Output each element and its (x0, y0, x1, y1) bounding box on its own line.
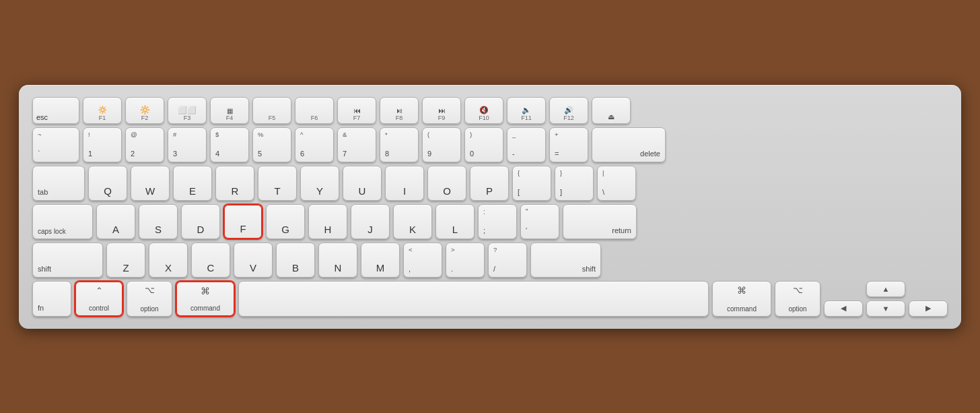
spacer2 (909, 281, 948, 297)
key-f12[interactable]: 🔊 F12 (549, 97, 588, 124)
key-8[interactable]: * 8 (380, 127, 419, 162)
key-t[interactable]: T (258, 166, 297, 201)
qwerty-row: tab Q W E R T Y U I O P { [ } ] | \ (32, 166, 948, 201)
key-p[interactable]: P (470, 166, 509, 201)
key-e[interactable]: E (173, 166, 212, 201)
key-j[interactable]: J (351, 204, 390, 239)
keyboard: esc 🔅 F1 🔆 F2 ⬜⬜ F3 ▦ F4 F5 F6 ⏮ F7 (19, 85, 961, 329)
key-y[interactable]: Y (300, 166, 339, 201)
key-return[interactable]: return (563, 204, 637, 239)
key-shift-left[interactable]: shift (32, 243, 103, 278)
key-s[interactable]: S (139, 204, 178, 239)
arrow-cluster: ▲ ◀ ▼ ▶ (824, 281, 948, 317)
key-c[interactable]: C (191, 243, 230, 278)
key-option-left[interactable]: ⌥ option (127, 281, 172, 317)
key-f2[interactable]: 🔆 F2 (125, 97, 164, 124)
key-m[interactable]: M (361, 243, 400, 278)
key-w[interactable]: W (131, 166, 170, 201)
key-0[interactable]: ) 0 (464, 127, 503, 162)
key-i[interactable]: I (385, 166, 424, 201)
number-row: ~ ` ! 1 @ 2 # 3 $ 4 % 5 ^ 6 & 7 (32, 127, 948, 162)
key-tilde[interactable]: ~ ` (32, 127, 79, 162)
key-right[interactable]: ▶ (909, 300, 948, 317)
key-f1[interactable]: 🔅 F1 (83, 97, 122, 124)
key-eject[interactable]: ⏏ (592, 97, 631, 124)
key-control[interactable]: ⌃ control (75, 281, 123, 317)
key-v[interactable]: V (234, 243, 273, 278)
key-f3[interactable]: ⬜⬜ F3 (168, 97, 207, 124)
key-up[interactable]: ▲ (866, 281, 905, 297)
key-2[interactable]: @ 2 (125, 127, 164, 162)
key-quote[interactable]: " ' (520, 204, 559, 239)
key-n[interactable]: N (318, 243, 357, 278)
key-d[interactable]: D (181, 204, 220, 239)
key-left[interactable]: ◀ (824, 300, 863, 317)
key-u[interactable]: U (343, 166, 382, 201)
key-down[interactable]: ▼ (866, 300, 905, 317)
key-k[interactable]: K (393, 204, 432, 239)
key-f7[interactable]: ⏮ F7 (337, 97, 376, 124)
key-f4[interactable]: ▦ F4 (210, 97, 249, 124)
key-f[interactable]: F (223, 204, 262, 239)
key-comma[interactable]: < , (403, 243, 442, 278)
key-command-right[interactable]: ⌘ command (712, 281, 771, 317)
key-shift-right[interactable]: shift (530, 243, 601, 278)
key-f6[interactable]: F6 (295, 97, 334, 124)
key-1[interactable]: ! 1 (83, 127, 122, 162)
asdf-row: caps lock A S D F G H J K L : ; " ' retu… (32, 204, 948, 239)
key-x[interactable]: X (149, 243, 188, 278)
key-fn[interactable]: fn (32, 281, 71, 317)
key-capslock[interactable]: caps lock (32, 204, 93, 239)
key-f8[interactable]: ⏯ F8 (380, 97, 419, 124)
key-delete[interactable]: delete (592, 127, 666, 162)
key-period[interactable]: > . (446, 243, 485, 278)
spacer (824, 281, 863, 297)
key-minus[interactable]: _ - (507, 127, 546, 162)
key-backslash[interactable]: | \ (597, 166, 636, 201)
key-l[interactable]: L (435, 204, 475, 239)
key-g[interactable]: G (266, 204, 305, 239)
fn-row: esc 🔅 F1 🔆 F2 ⬜⬜ F3 ▦ F4 F5 F6 ⏮ F7 (32, 97, 948, 124)
key-3[interactable]: # 3 (168, 127, 207, 162)
key-semicolon[interactable]: : ; (478, 204, 517, 239)
key-6[interactable]: ^ 6 (295, 127, 334, 162)
key-9[interactable]: ( 9 (422, 127, 461, 162)
key-h[interactable]: H (308, 204, 347, 239)
key-space[interactable] (238, 281, 709, 317)
key-slash[interactable]: ? / (488, 243, 527, 278)
key-7[interactable]: & 7 (337, 127, 376, 162)
key-lbracket[interactable]: { [ (512, 166, 551, 201)
key-b[interactable]: B (276, 243, 315, 278)
key-esc[interactable]: esc (32, 97, 79, 124)
key-z[interactable]: Z (106, 243, 145, 278)
key-o[interactable]: O (427, 166, 466, 201)
bottom-row: fn ⌃ control ⌥ option ⌘ command ⌘ comman… (32, 281, 948, 317)
key-equals[interactable]: + = (549, 127, 588, 162)
key-f5[interactable]: F5 (252, 97, 291, 124)
key-q[interactable]: Q (88, 166, 127, 201)
key-f10[interactable]: 🔇 F10 (464, 97, 503, 124)
key-rbracket[interactable]: } ] (555, 166, 594, 201)
key-r[interactable]: R (215, 166, 254, 201)
key-a[interactable]: A (96, 204, 135, 239)
zxcv-row: shift Z X C V B N M < , > . ? / shift (32, 243, 948, 278)
key-5[interactable]: % 5 (252, 127, 291, 162)
key-f9[interactable]: ⏭ F9 (422, 97, 461, 124)
key-4[interactable]: $ 4 (210, 127, 249, 162)
key-command-left[interactable]: ⌘ command (176, 281, 235, 317)
key-f11[interactable]: 🔈 F11 (507, 97, 546, 124)
key-tab[interactable]: tab (32, 166, 85, 201)
key-option-right[interactable]: ⌥ option (775, 281, 820, 317)
